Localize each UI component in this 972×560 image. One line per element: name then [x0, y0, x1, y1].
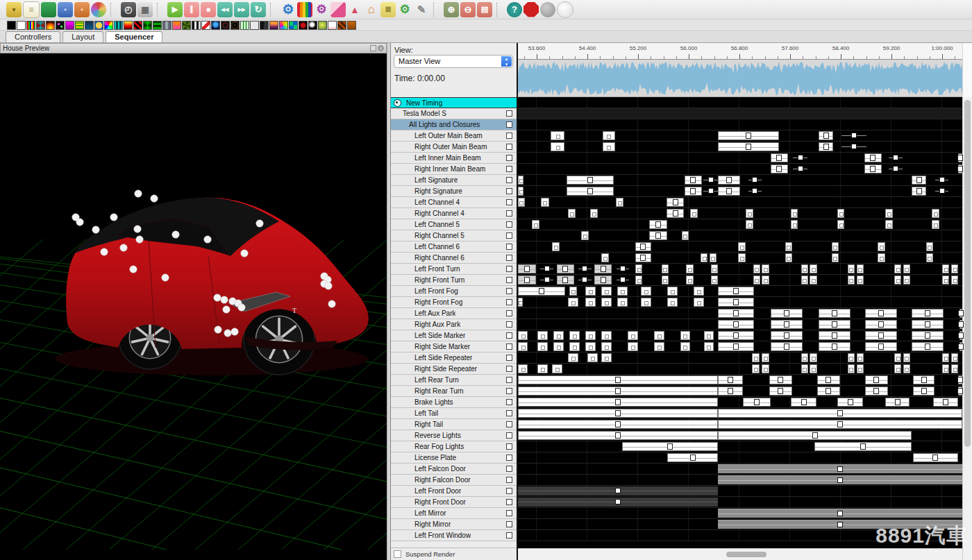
- effect-button-13[interactable]: [124, 21, 133, 30]
- track-row-right-inner-main-beam[interactable]: Right Inner Main Beam: [391, 164, 517, 175]
- effect-handle[interactable]: [870, 155, 875, 161]
- play-button[interactable]: ▶: [167, 2, 183, 17]
- effect-block[interactable]: [785, 242, 792, 251]
- effect-handle[interactable]: [615, 432, 621, 439]
- effect-handle[interactable]: [620, 277, 626, 282]
- effect-block[interactable]: [601, 342, 612, 351]
- grid-row-right-front-door[interactable]: [518, 497, 962, 508]
- grid-row-left-signature[interactable]: [518, 175, 962, 186]
- track-row-left-tail[interactable]: Left Tail: [391, 408, 517, 419]
- track-checkbox[interactable]: [506, 244, 512, 250]
- effect-button-30[interactable]: [289, 21, 298, 30]
- effect-handle[interactable]: [615, 410, 621, 416]
- track-row-right-rear-turn[interactable]: Right Rear Turn: [391, 386, 517, 397]
- calendar-icon[interactable]: ▦: [137, 2, 153, 17]
- effect-block[interactable]: [791, 220, 798, 229]
- track-checkbox[interactable]: [506, 455, 512, 461]
- effect-block[interactable]: [552, 364, 562, 373]
- effect-block[interactable]: [958, 164, 962, 173]
- effect-block[interactable]: [518, 398, 718, 407]
- effect-handle[interactable]: [562, 266, 568, 272]
- effect-block[interactable]: [942, 275, 949, 285]
- effect-block[interactable]: [771, 342, 803, 351]
- effect-block[interactable]: [951, 353, 958, 362]
- effect-block[interactable]: [718, 187, 740, 196]
- track-checkbox[interactable]: [506, 166, 512, 172]
- effect-handle[interactable]: [746, 133, 751, 139]
- effect-handle[interactable]: [690, 188, 696, 194]
- track-row-right-channel-4[interactable]: Right Channel 4: [391, 208, 517, 219]
- track-row-left-front-fog[interactable]: Left Front Fog: [391, 286, 517, 297]
- effect-block[interactable]: [958, 153, 962, 162]
- effect-handle[interactable]: [798, 166, 803, 171]
- grid-row-left-front-turn[interactable]: [518, 264, 962, 275]
- effect-block[interactable]: [817, 375, 840, 384]
- effect-handle[interactable]: [873, 388, 879, 394]
- effect-block[interactable]: [942, 353, 949, 362]
- effect-block[interactable]: [567, 176, 613, 185]
- effect-settings-icon[interactable]: ⚙: [314, 2, 329, 17]
- effect-handle[interactable]: [776, 155, 782, 161]
- effect-handle[interactable]: [873, 377, 879, 383]
- track-checkbox[interactable]: [506, 488, 512, 494]
- track-row-left-rear-turn[interactable]: Left Rear Turn: [391, 375, 517, 386]
- track-row-right-tail[interactable]: Right Tail: [391, 419, 517, 430]
- effect-block[interactable]: [718, 509, 962, 518]
- select-stepper-icon[interactable]: ▲▼: [501, 56, 512, 67]
- effect-handle[interactable]: [837, 421, 843, 427]
- effect-block[interactable]: [958, 387, 962, 396]
- effect-button-34[interactable]: [328, 21, 337, 30]
- effect-handle[interactable]: [726, 177, 732, 183]
- effect-block[interactable]: [694, 287, 704, 296]
- grid-row-left-rear-turn[interactable]: [518, 375, 962, 386]
- grid-row-right-aux-park[interactable]: [518, 319, 962, 330]
- effect-block[interactable]: [844, 142, 864, 151]
- grid-row-left-channel-5[interactable]: [518, 219, 962, 230]
- effect-block[interactable]: [537, 342, 548, 351]
- effect-block[interactable]: [690, 209, 697, 218]
- track-checkbox[interactable]: [506, 110, 512, 117]
- effect-handle[interactable]: [784, 332, 789, 339]
- horizontal-scrollbar-thumb[interactable]: [726, 552, 766, 557]
- effect-block[interactable]: [518, 364, 528, 373]
- grid-row-left-side-repeater[interactable]: [518, 353, 962, 364]
- effect-button-7[interactable]: [65, 21, 74, 30]
- effect-block[interactable]: [951, 364, 958, 373]
- track-checkbox[interactable]: [506, 432, 512, 439]
- effect-block[interactable]: [587, 353, 598, 362]
- effect-button-23[interactable]: [221, 21, 230, 30]
- effect-block[interactable]: [960, 309, 962, 318]
- grid-row-left-aux-park[interactable]: [518, 308, 962, 319]
- effect-handle[interactable]: [733, 332, 739, 339]
- effect-block[interactable]: [518, 176, 523, 185]
- effect-handle[interactable]: [798, 155, 803, 160]
- effect-block[interactable]: [913, 375, 935, 384]
- effect-handle[interactable]: [826, 388, 831, 394]
- track-row-left-signature[interactable]: Left Signature: [391, 175, 517, 186]
- effect-block[interactable]: [601, 331, 612, 340]
- effect-handle[interactable]: [895, 399, 900, 405]
- effect-block[interactable]: [837, 220, 844, 229]
- effect-block[interactable]: [581, 275, 589, 285]
- effect-block[interactable]: [704, 342, 714, 351]
- stop-button[interactable]: ■: [201, 2, 216, 17]
- effect-block[interactable]: [718, 331, 754, 340]
- effect-handle[interactable]: [733, 299, 739, 305]
- track-row-right-channel-6[interactable]: Right Channel 6: [391, 253, 517, 264]
- grid-row-right-inner-main-beam[interactable]: [518, 164, 962, 175]
- grid-row-right-front-turn[interactable]: [518, 275, 962, 286]
- effect-block[interactable]: [865, 331, 897, 340]
- effect-block[interactable]: [817, 387, 840, 396]
- track-row-left-channel-6[interactable]: Left Channel 6: [391, 241, 517, 253]
- effect-handle[interactable]: [837, 477, 843, 483]
- effect-handle[interactable]: [925, 321, 930, 328]
- track-row-left-front-turn[interactable]: Left Front Turn: [391, 264, 517, 275]
- effect-handle[interactable]: [832, 310, 837, 316]
- effect-handle[interactable]: [832, 321, 837, 328]
- tab-layout[interactable]: Layout: [62, 31, 103, 42]
- track-checkbox[interactable]: [506, 532, 512, 538]
- effect-handle[interactable]: [733, 310, 739, 316]
- track-checkbox[interactable]: [506, 355, 512, 361]
- effect-handle[interactable]: [615, 499, 621, 504]
- effect-block[interactable]: [891, 153, 900, 162]
